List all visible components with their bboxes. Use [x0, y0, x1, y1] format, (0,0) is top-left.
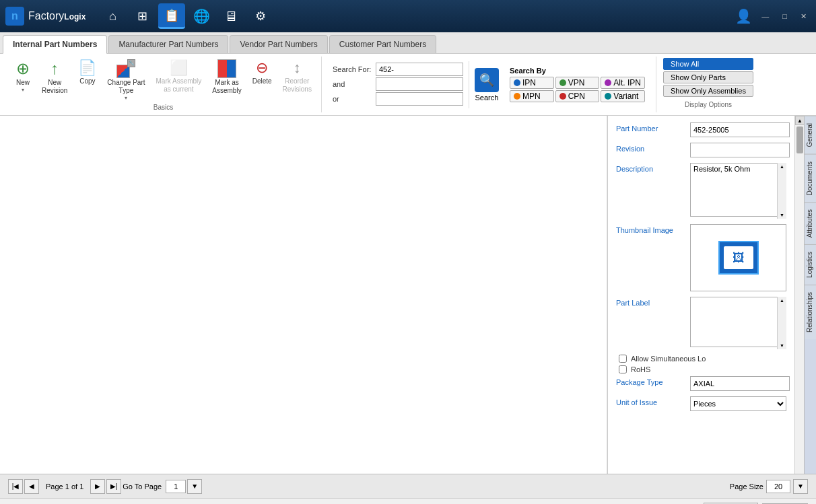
description-textarea[interactable]: Resistor, 5k Ohm: [690, 163, 786, 217]
partlabel-scroll-down[interactable]: ▼: [778, 343, 786, 348]
display-options-label: Display Options: [663, 101, 753, 108]
search-button[interactable]: 🔍 Search: [469, 65, 504, 104]
scroll-thumb[interactable]: [796, 127, 803, 153]
goto-arrow[interactable]: ▼: [187, 479, 202, 494]
cpn-searchby-btn[interactable]: CPN: [555, 90, 600, 102]
nav-monitor[interactable]: 🖥: [217, 3, 244, 29]
or-label: or: [333, 95, 373, 103]
rohs-label: RoHS: [631, 365, 650, 373]
last-page-button[interactable]: ▶|: [106, 479, 121, 494]
prev-page-button[interactable]: ◀: [24, 479, 39, 494]
mark-assembly-current-icon: ⬜: [170, 59, 188, 77]
unit-of-issue-row: Unit of Issue Pieces Meters Kg: [616, 396, 786, 411]
nav-settings[interactable]: ⚙: [247, 3, 274, 29]
reorder-revisions-button: ↕ Reorder Revisions: [279, 58, 316, 95]
thumbnail-row: Thumbnail Image 🖼: [616, 224, 786, 291]
change-part-type-button[interactable]: 🔧 Change Part Type ▾: [103, 58, 149, 102]
show-only-assemblies-button[interactable]: Show Only Assemblies: [663, 85, 753, 97]
tab-customer-part-numbers[interactable]: Customer Part Numbers: [329, 35, 436, 53]
variant-searchby-btn[interactable]: Variant: [601, 90, 645, 102]
search-by-label: Search By: [510, 67, 645, 75]
search-for-input[interactable]: [376, 63, 463, 76]
tab-manufacturer-part-numbers[interactable]: Manufacturer Part Numbers: [108, 35, 228, 53]
desc-scroll-up[interactable]: ▲: [778, 163, 786, 169]
app-logo: n: [5, 7, 24, 26]
ipn-searchby-btn[interactable]: IPN: [510, 77, 554, 89]
right-panel-scrollbar[interactable]: ▲: [794, 116, 804, 474]
thumbnail-label: Thumbnail Image: [616, 224, 690, 234]
close-button[interactable]: ✕: [796, 12, 811, 21]
tab-internal-part-numbers[interactable]: Internal Part Numbers: [3, 35, 107, 54]
nav-globe[interactable]: 🌐: [188, 3, 215, 29]
package-type-input[interactable]: [690, 376, 790, 391]
description-scrollbar[interactable]: ▲ ▼: [777, 163, 786, 219]
tab-logistics[interactable]: Logistics: [805, 244, 816, 285]
delete-button[interactable]: ⊖ Delete: [248, 58, 276, 87]
ribbon-basics-group: ⊕ New ▾ ↑ New Revision 📄 Copy 🔧 Change P: [5, 57, 322, 112]
allow-simultaneous-checkbox[interactable]: [619, 355, 627, 363]
allow-simultaneous-row: Allow Simultaneous Lo: [616, 355, 786, 363]
page-size-input[interactable]: [766, 480, 790, 493]
tab-bar: Internal Part Numbers Manufacturer Part …: [0, 32, 816, 54]
revision-label: Revision: [616, 143, 690, 153]
first-page-button[interactable]: |◀: [8, 479, 23, 494]
page-info: Page 1 of 1: [46, 482, 83, 491]
rohs-checkbox[interactable]: [619, 365, 627, 373]
thumbnail-img: 🖼: [718, 241, 759, 275]
right-panel: ▲ General Documents Attributes Logistics…: [607, 116, 816, 474]
next-page-button[interactable]: ▶: [90, 479, 105, 494]
nav-grid[interactable]: ⊞: [129, 3, 156, 29]
new-button[interactable]: ⊕ New ▾: [11, 58, 35, 94]
part-label-row: Part Label ▲ ▼: [616, 297, 786, 349]
display-options-section: Show All Show Only Parts Show Only Assem…: [656, 57, 760, 112]
new-revision-icon: ↑: [50, 59, 59, 78]
tab-general[interactable]: General: [805, 116, 816, 154]
copy-button[interactable]: 📄 Copy: [74, 58, 100, 87]
partlabel-scroll-up[interactable]: ▲: [778, 297, 786, 303]
form-content: Part Number Revision Description Resisto…: [608, 116, 794, 474]
nav-home[interactable]: ⌂: [99, 3, 126, 29]
minimize-button[interactable]: —: [757, 12, 773, 20]
tab-relationships[interactable]: Relationships: [805, 285, 816, 339]
show-all-button[interactable]: Show All: [663, 58, 753, 70]
app-name: FactoryLogix: [28, 10, 86, 22]
scroll-up-arrow[interactable]: ▲: [795, 116, 805, 125]
tab-documents[interactable]: Documents: [805, 154, 816, 203]
nav-parts[interactable]: 📋: [158, 3, 185, 29]
left-panel: [0, 116, 607, 474]
new-revision-button[interactable]: ↑ New Revision: [38, 58, 71, 96]
search-by-grid: IPN VPN Alt. IPN MPN CPN: [510, 77, 645, 102]
goto-page-input[interactable]: [166, 480, 186, 493]
revision-row: Revision: [616, 143, 786, 157]
ribbon-search-group: Search For: and or 🔍 Search Search By IP…: [322, 57, 656, 112]
search-icon: 🔍: [475, 68, 499, 92]
search-input-section: Search For: and or: [327, 61, 469, 108]
or-input[interactable]: [376, 92, 463, 106]
basics-group-label: Basics: [154, 104, 173, 111]
mpn-searchby-btn[interactable]: MPN: [510, 90, 554, 102]
page-size-label: Page Size: [730, 482, 763, 491]
copy-icon: 📄: [78, 59, 96, 77]
titlebar-right: 👤 — □ ✕: [735, 8, 811, 24]
part-number-input[interactable]: [690, 122, 790, 137]
desc-scroll-down[interactable]: ▼: [778, 213, 786, 217]
mark-as-assembly-button[interactable]: Mark as Assembly: [208, 58, 245, 96]
unit-of-issue-select[interactable]: Pieces Meters Kg: [690, 396, 786, 411]
savebar: 💾 Save Cancel: [0, 498, 816, 504]
show-only-parts-button[interactable]: Show Only Parts: [663, 71, 753, 83]
goto-label: Go To Page: [123, 482, 162, 491]
maximize-button[interactable]: □: [778, 12, 791, 20]
user-icon[interactable]: 👤: [735, 8, 752, 24]
page-size-arrow[interactable]: ▼: [793, 479, 808, 494]
side-tabs: General Documents Attributes Logistics R…: [804, 116, 816, 474]
vpn-searchby-btn[interactable]: VPN: [555, 77, 600, 89]
tab-vendor-part-numbers[interactable]: Vendor Part Numbers: [230, 35, 327, 53]
and-input[interactable]: [376, 77, 463, 91]
pagination-nav: |◀ ◀ Page 1 of 1 ▶ ▶| Go To Page ▼: [8, 479, 202, 494]
tab-attributes[interactable]: Attributes: [805, 202, 816, 244]
alt-ipn-searchby-btn[interactable]: Alt. IPN: [601, 77, 645, 89]
part-label-textarea[interactable]: [690, 297, 786, 347]
revision-input[interactable]: [690, 143, 790, 157]
part-label-scrollbar[interactable]: ▲ ▼: [777, 297, 786, 349]
thumbnail-img-inner: 🖼: [724, 246, 753, 269]
